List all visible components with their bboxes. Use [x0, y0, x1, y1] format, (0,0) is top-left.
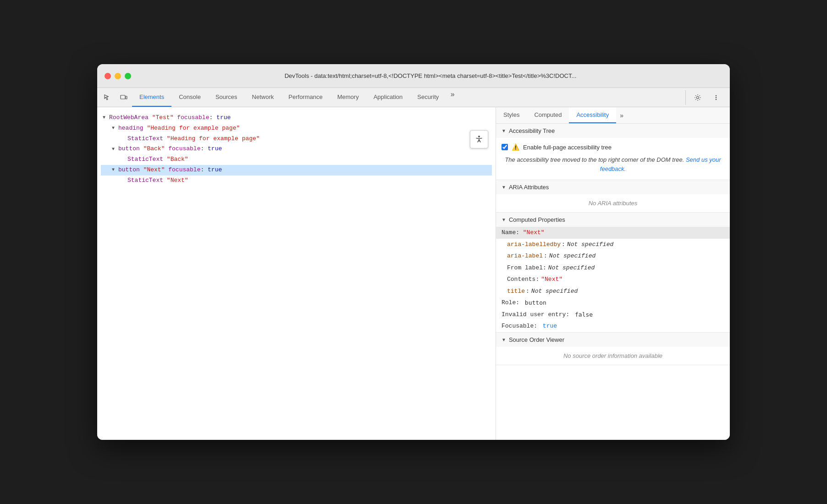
prop-row-aria-label[interactable]: aria-label : Not specified [496, 250, 730, 262]
section-computed-properties: ▼ Computed Properties Name: "Next" aria-… [496, 213, 730, 333]
prop-row-aria-labelledby[interactable]: aria-labelledby : Not specified [496, 239, 730, 251]
section-arrow-computed: ▼ [502, 217, 506, 222]
svg-point-5 [716, 99, 717, 100]
enable-a11y-tree-row: ⚠️ Enable full-page accessibility tree [502, 142, 724, 153]
svg-point-6 [478, 136, 480, 137]
tab-console[interactable]: Console [171, 88, 208, 107]
more-tabs-button[interactable]: » [446, 88, 459, 101]
expand-arrow-3[interactable]: ▼ [112, 146, 118, 153]
section-arrow-aria: ▼ [502, 185, 506, 190]
right-tab-bar: Styles Computed Accessibility » [496, 107, 730, 124]
expand-arrow-4 [121, 156, 127, 164]
prop-row-contents[interactable]: Contents : "Next" [496, 274, 730, 285]
svg-rect-1 [126, 96, 127, 99]
a11y-tree-info-text: The accessibility tree moved to the top … [502, 153, 724, 176]
section-arrow-source-order: ▼ [502, 337, 506, 342]
section-header-source-order[interactable]: ▼ Source Order Viewer [496, 333, 730, 347]
tab-memory[interactable]: Memory [330, 88, 366, 107]
tab-application[interactable]: Application [366, 88, 410, 107]
prop-row-role[interactable]: Role : button [496, 297, 730, 309]
dom-row-statictext-back[interactable]: StaticText "Back" [101, 154, 492, 165]
close-button[interactable] [105, 73, 111, 79]
prop-row-invalid-user-entry[interactable]: Invalid user entry : false [496, 309, 730, 321]
prop-row-title[interactable]: title : Not specified [496, 285, 730, 297]
more-right-tabs-button[interactable]: » [616, 107, 627, 123]
devtools-tab-bar: Elements Console Sources Network Perform… [97, 88, 730, 107]
prop-row-name[interactable]: Name: "Next" [496, 227, 730, 239]
section-source-order-viewer: ▼ Source Order Viewer No source order in… [496, 333, 730, 365]
computed-props-body: Name: "Next" aria-labelledby : Not speci… [496, 227, 730, 332]
section-body-accessibility-tree: ⚠️ Enable full-page accessibility tree T… [496, 138, 730, 180]
svg-point-4 [716, 97, 717, 98]
svg-point-2 [697, 96, 699, 99]
dom-row-statictext-next[interactable]: StaticText "Next" [101, 175, 492, 186]
right-panel: Styles Computed Accessibility » ▼ [496, 107, 730, 440]
main-tab-list: Elements Console Sources Network Perform… [132, 88, 684, 107]
svg-point-3 [716, 95, 717, 96]
title-bar: DevTools - data:text/html;charset=utf-8,… [97, 64, 730, 88]
section-header-aria-attributes[interactable]: ▼ ARIA Attributes [496, 180, 730, 194]
tab-network[interactable]: Network [245, 88, 281, 107]
expand-arrow-1[interactable]: ▼ [112, 125, 118, 132]
section-aria-attributes: ▼ ARIA Attributes No ARIA attributes [496, 180, 730, 213]
settings-button[interactable] [690, 90, 705, 105]
expand-arrow-6 [121, 177, 127, 184]
section-arrow-accessibility-tree: ▼ [502, 128, 506, 133]
maximize-button[interactable] [125, 73, 131, 79]
dom-row-button-back[interactable]: ▼ button "Back" focusable : true [101, 144, 492, 154]
tab-sources[interactable]: Sources [208, 88, 245, 107]
tab-computed[interactable]: Computed [527, 107, 569, 123]
toolbar-right-icons [685, 90, 728, 105]
window-title: DevTools - data:text/html;charset=utf-8,… [138, 72, 722, 79]
prop-row-focusable[interactable]: Focusable : true [496, 320, 730, 332]
dom-row-rootwebarea[interactable]: ▼ RootWebArea "Test" focusable : true [101, 113, 492, 123]
tab-elements[interactable]: Elements [132, 88, 171, 107]
accessibility-icon-button[interactable] [470, 130, 488, 148]
section-body-aria-attributes: No ARIA attributes [496, 194, 730, 212]
window-controls [105, 73, 131, 79]
tab-security[interactable]: Security [410, 88, 446, 107]
enable-a11y-tree-checkbox[interactable] [502, 144, 508, 150]
accessibility-content: ▼ Accessibility Tree ⚠️ Enable full-page… [496, 124, 730, 440]
tab-styles[interactable]: Styles [496, 107, 527, 123]
expand-arrow-5[interactable]: ▼ [112, 166, 118, 174]
dom-tree: ▼ RootWebArea "Test" focusable : true ▼ … [97, 111, 496, 188]
prop-row-from-label[interactable]: From label : Not specified [496, 262, 730, 274]
customize-button[interactable] [709, 90, 723, 105]
svg-rect-0 [121, 95, 125, 99]
dom-row-button-next[interactable]: ▼ button "Next" focusable : true [101, 165, 492, 175]
tab-accessibility[interactable]: Accessibility [569, 107, 616, 123]
dom-row-statictext-heading[interactable]: StaticText "Heading for example page" [101, 134, 492, 144]
section-header-accessibility-tree[interactable]: ▼ Accessibility Tree [496, 124, 730, 138]
device-toolbar-button[interactable] [116, 90, 131, 105]
expand-arrow-0[interactable]: ▼ [103, 114, 109, 121]
section-header-computed-properties[interactable]: ▼ Computed Properties [496, 213, 730, 227]
expand-arrow-2 [121, 135, 127, 142]
warning-icon: ⚠️ [512, 143, 519, 151]
section-accessibility-tree: ▼ Accessibility Tree ⚠️ Enable full-page… [496, 124, 730, 180]
inspect-element-button[interactable] [100, 90, 115, 105]
dom-panel[interactable]: ▼ RootWebArea "Test" focusable : true ▼ … [97, 107, 496, 440]
tab-performance[interactable]: Performance [281, 88, 330, 107]
main-content: ▼ RootWebArea "Test" focusable : true ▼ … [97, 107, 730, 440]
devtools-window: DevTools - data:text/html;charset=utf-8,… [97, 64, 730, 440]
dom-row-heading[interactable]: ▼ heading "Heading for example page" [101, 123, 492, 134]
section-body-source-order: No source order information available [496, 347, 730, 365]
minimize-button[interactable] [115, 73, 121, 79]
